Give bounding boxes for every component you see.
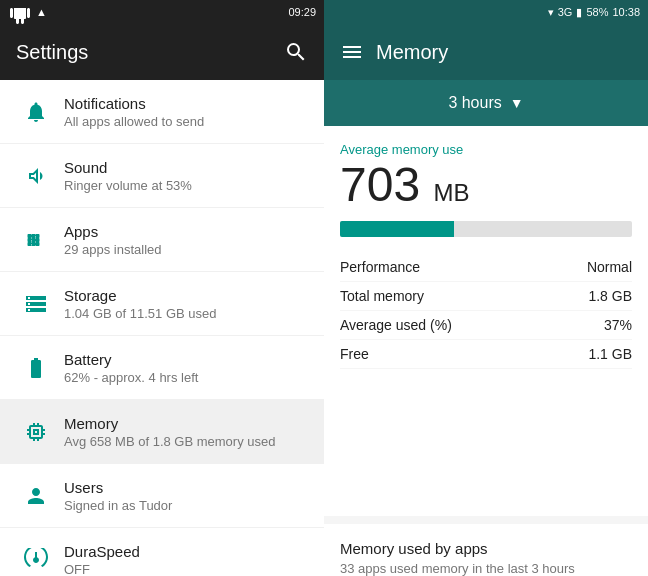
memory-stats-table: Performance Normal Total memory 1.8 GB A… xyxy=(340,253,632,369)
stats-row-avg-used: Average used (%) 37% xyxy=(340,311,632,340)
stats-value-free: 1.1 GB xyxy=(588,346,632,362)
settings-list: Notifications All apps allowed to send S… xyxy=(0,80,324,576)
settings-panel: Settings Notifications All apps allowed … xyxy=(0,24,324,576)
apps-section-subtitle: 33 apps used memory in the last 3 hours xyxy=(340,561,632,576)
users-icon-container xyxy=(16,484,56,508)
time-selector-text: 3 hours xyxy=(448,94,501,112)
settings-item-notifications[interactable]: Notifications All apps allowed to send xyxy=(0,80,324,144)
sound-subtitle: Ringer volume at 53% xyxy=(64,178,308,193)
storage-subtitle: 1.04 GB of 11.51 GB used xyxy=(64,306,308,321)
settings-title: Settings xyxy=(16,41,88,64)
apps-subtitle: 29 apps installed xyxy=(64,242,308,257)
hamburger-icon[interactable] xyxy=(340,40,364,64)
battery-icon xyxy=(24,356,48,380)
memory-text: Memory Avg 658 MB of 1.8 GB memory used xyxy=(64,415,308,449)
apps-text: Apps 29 apps installed xyxy=(64,223,308,257)
search-icon[interactable] xyxy=(284,40,308,64)
battery-subtitle: 62% - approx. 4 hrs left xyxy=(64,370,308,385)
settings-item-battery[interactable]: Battery 62% - approx. 4 hrs left xyxy=(0,336,324,400)
storage-icon-container xyxy=(16,292,56,316)
battery-icon-container xyxy=(16,356,56,380)
settings-item-memory[interactable]: Memory Avg 658 MB of 1.8 GB memory used xyxy=(0,400,324,464)
settings-item-users[interactable]: Users Signed in as Tudor xyxy=(0,464,324,528)
storage-text: Storage 1.04 GB of 11.51 GB used xyxy=(64,287,308,321)
duraspeed-icon-container xyxy=(16,548,56,572)
left-status-icons: ▲ xyxy=(8,0,47,24)
left-status-bar: ▲ 09:29 xyxy=(0,0,324,24)
memory-progress-bar xyxy=(340,221,632,237)
notifications-title: Notifications xyxy=(64,95,308,112)
notifications-text: Notifications All apps allowed to send xyxy=(64,95,308,129)
memory-unit: MB xyxy=(433,179,469,206)
right-status-bar: ▾ 3G ▮ 58% 10:38 xyxy=(324,0,648,24)
speed-icon xyxy=(24,548,48,572)
sound-icon-container xyxy=(16,164,56,188)
left-time: 09:29 xyxy=(288,6,316,18)
memory-icon-container xyxy=(16,420,56,444)
settings-item-apps[interactable]: Apps 29 apps installed xyxy=(0,208,324,272)
time-selector[interactable]: 3 hours ▼ xyxy=(324,80,648,126)
duraspeed-text: DuraSpeed OFF xyxy=(64,543,308,577)
stats-value-total: 1.8 GB xyxy=(588,288,632,304)
settings-header: Settings xyxy=(0,24,324,80)
users-title: Users xyxy=(64,479,308,496)
memory-title: Memory xyxy=(64,415,308,432)
main-content: Settings Notifications All apps allowed … xyxy=(0,24,648,576)
duraspeed-subtitle: OFF xyxy=(64,562,308,577)
stats-value-avg-used: 37% xyxy=(604,317,632,333)
notifications-icon-container xyxy=(16,100,56,124)
users-text: Users Signed in as Tudor xyxy=(64,479,308,513)
stats-label-avg-used: Average used (%) xyxy=(340,317,452,333)
avg-memory-label: Average memory use xyxy=(340,142,632,157)
settings-item-duraspeed[interactable]: DuraSpeed OFF xyxy=(0,528,324,576)
sound-text: Sound Ringer volume at 53% xyxy=(64,159,308,193)
person-icon xyxy=(24,484,48,508)
volume-icon xyxy=(24,164,48,188)
memory-progress-fill xyxy=(340,221,454,237)
right-signal-text: 3G xyxy=(558,6,573,18)
stats-label-performance: Performance xyxy=(340,259,420,275)
storage-icon xyxy=(24,292,48,316)
settings-item-sound[interactable]: Sound Ringer volume at 53% xyxy=(0,144,324,208)
apps-title: Apps xyxy=(64,223,308,240)
apps-icon-container xyxy=(16,228,56,252)
stats-row-free: Free 1.1 GB xyxy=(340,340,632,369)
status-bars: ▲ 09:29 ▾ 3G ▮ 58% 10:38 xyxy=(0,0,648,24)
memory-content: Average memory use 703 MB Performance No… xyxy=(324,126,648,516)
stats-label-free: Free xyxy=(340,346,369,362)
duraspeed-title: DuraSpeed xyxy=(64,543,308,560)
memory-number: 703 xyxy=(340,158,420,211)
memory-header: Memory xyxy=(324,24,648,80)
android-icon xyxy=(8,0,32,24)
left-signal-icon: ▲ xyxy=(36,6,47,18)
right-time: 10:38 xyxy=(612,6,640,18)
apps-icon xyxy=(24,228,48,252)
dropdown-arrow-icon: ▼ xyxy=(510,95,524,111)
bell-icon xyxy=(24,100,48,124)
stats-row-total: Total memory 1.8 GB xyxy=(340,282,632,311)
settings-item-storage[interactable]: Storage 1.04 GB of 11.51 GB used xyxy=(0,272,324,336)
memory-icon xyxy=(24,420,48,444)
right-wifi-icon: ▾ xyxy=(548,6,554,19)
users-subtitle: Signed in as Tudor xyxy=(64,498,308,513)
stats-value-performance: Normal xyxy=(587,259,632,275)
sound-title: Sound xyxy=(64,159,308,176)
memory-value-display: 703 MB xyxy=(340,161,632,209)
battery-title: Battery xyxy=(64,351,308,368)
right-battery-icon: ▮ xyxy=(576,6,582,19)
notifications-subtitle: All apps allowed to send xyxy=(64,114,308,129)
apps-section[interactable]: Memory used by apps 33 apps used memory … xyxy=(324,524,648,576)
memory-panel: Memory 3 hours ▼ Average memory use 703 … xyxy=(324,24,648,576)
memory-panel-title: Memory xyxy=(376,41,632,64)
stats-label-total: Total memory xyxy=(340,288,424,304)
apps-section-title: Memory used by apps xyxy=(340,540,632,557)
right-battery-percent: 58% xyxy=(586,6,608,18)
memory-subtitle: Avg 658 MB of 1.8 GB memory used xyxy=(64,434,308,449)
stats-row-performance: Performance Normal xyxy=(340,253,632,282)
storage-title: Storage xyxy=(64,287,308,304)
battery-text: Battery 62% - approx. 4 hrs left xyxy=(64,351,308,385)
